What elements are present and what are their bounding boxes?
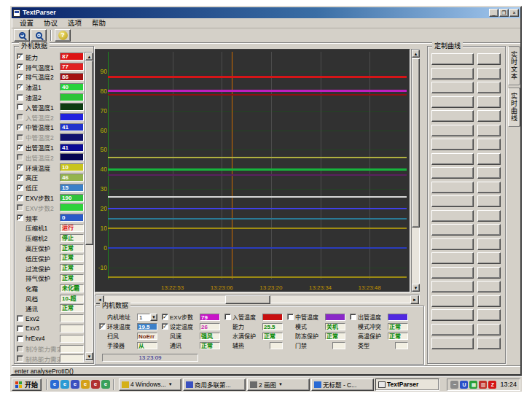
desktop-icon[interactable]: e	[71, 380, 79, 389]
custom-curve-button[interactable]	[431, 153, 474, 165]
checkbox[interactable]: ✓	[99, 323, 106, 330]
checkbox[interactable]: ✓	[17, 84, 23, 90]
custom-value-button[interactable]	[477, 68, 501, 79]
restore-button[interactable]: ❐	[499, 9, 509, 17]
custom-value-button[interactable]	[477, 53, 501, 65]
checkbox[interactable]	[17, 114, 23, 120]
checkbox[interactable]	[17, 134, 23, 141]
side-tab-text[interactable]: 实时文本	[508, 46, 520, 85]
custom-value-button[interactable]	[477, 252, 501, 264]
custom-curve-button[interactable]	[431, 224, 474, 236]
help-button[interactable]: ?	[55, 29, 71, 42]
scroll-up-icon[interactable]: ▲	[85, 53, 93, 61]
custom-value-button[interactable]	[477, 295, 501, 307]
custom-value-button[interactable]	[477, 167, 501, 179]
side-tab-curve[interactable]: 实时曲线	[508, 88, 521, 127]
custom-value-button[interactable]	[477, 338, 501, 349]
red-lightning-icon[interactable]: Z	[488, 381, 496, 389]
custom-curve-button[interactable]	[431, 53, 474, 65]
close-button[interactable]: ×	[509, 9, 519, 17]
checkbox[interactable]	[17, 104, 23, 110]
checkbox[interactable]: ✓	[17, 214, 23, 221]
ie-icon[interactable]: e	[50, 380, 59, 389]
custom-value-button[interactable]	[477, 82, 501, 93]
checkbox[interactable]: ✓	[17, 124, 23, 131]
custom-value-button[interactable]	[477, 324, 501, 335]
chart-hscrollbar[interactable]: ◄ ►	[95, 295, 420, 303]
title-bar[interactable]: TextParser _ ❐ ×	[12, 7, 520, 18]
custom-curve-button[interactable]	[431, 125, 474, 136]
checkbox[interactable]	[17, 94, 23, 101]
custom-curve-button[interactable]	[431, 252, 474, 264]
folder-go-icon[interactable]: e	[101, 380, 110, 389]
chart-vscroll-thumb[interactable]	[412, 58, 420, 228]
menu-item[interactable]: 选项	[63, 18, 87, 28]
start-button[interactable]: 开始	[12, 378, 42, 391]
custom-curve-button[interactable]	[431, 110, 474, 122]
custom-curve-button[interactable]	[431, 195, 474, 207]
checkbox[interactable]	[17, 346, 23, 352]
outdoor-scrollbar[interactable]: ▲ ▼	[85, 52, 93, 361]
task-button[interactable]: 2 画图▼	[247, 378, 310, 391]
indoor-address-dropdown[interactable]: 1▼	[137, 314, 157, 321]
checkbox[interactable]: ✓	[17, 63, 23, 70]
chart-scroll-right-icon[interactable]: ►	[410, 295, 419, 304]
custom-curve-button[interactable]	[431, 182, 474, 193]
checkbox[interactable]	[287, 314, 294, 320]
custom-value-button[interactable]	[477, 267, 501, 279]
chart-hscroll-thumb[interactable]	[225, 295, 270, 304]
custom-curve-button[interactable]	[431, 210, 474, 222]
gray-bird-icon[interactable]: ~	[450, 381, 458, 389]
custom-curve-button[interactable]	[431, 324, 474, 335]
blue-badge-icon[interactable]: U	[460, 381, 468, 389]
custom-value-button[interactable]	[477, 96, 501, 108]
custom-value-button[interactable]	[477, 281, 501, 292]
time-cursor-line[interactable]	[232, 52, 232, 279]
chart-scroll-down-icon[interactable]: ▼	[412, 284, 420, 292]
green-network-icon[interactable]: ▦	[469, 381, 477, 389]
task-button[interactable]: 4 Windows...▼	[119, 378, 181, 391]
custom-curve-button[interactable]	[431, 167, 474, 179]
realtime-chart[interactable]: 9080706050403020100-1013:22:5313:23:0613…	[95, 49, 410, 292]
checkbox[interactable]: ✓	[17, 174, 23, 181]
task-button[interactable]: 商用多联第...	[183, 378, 246, 391]
custom-value-button[interactable]	[477, 238, 501, 250]
custom-curve-button[interactable]	[431, 68, 474, 79]
checkbox[interactable]: ✓	[17, 53, 23, 60]
custom-curve-button[interactable]	[431, 309, 474, 321]
custom-curve-button[interactable]	[431, 82, 474, 93]
checkbox[interactable]: ✓	[17, 185, 23, 191]
custom-curve-button[interactable]	[431, 96, 474, 108]
custom-value-button[interactable]	[477, 182, 501, 193]
custom-curve-button[interactable]	[431, 281, 474, 292]
checkbox[interactable]	[17, 325, 23, 332]
plot-area[interactable]	[108, 52, 407, 279]
custom-curve-button[interactable]	[431, 338, 474, 349]
custom-curve-button[interactable]	[431, 139, 474, 150]
checkbox[interactable]	[17, 204, 23, 211]
chart-scroll-up-icon[interactable]: ▲	[412, 50, 420, 58]
custom-value-button[interactable]	[477, 110, 501, 122]
checkbox[interactable]	[17, 335, 23, 342]
menu-item[interactable]: 设置	[15, 18, 39, 28]
checkbox[interactable]: ✓	[162, 323, 168, 330]
minimize-button[interactable]: _	[489, 9, 498, 17]
custom-value-button[interactable]	[477, 309, 501, 321]
checkbox[interactable]: ✓	[17, 164, 23, 171]
custom-value-button[interactable]	[477, 125, 501, 136]
custom-value-button[interactable]	[477, 210, 501, 222]
zoom-out-button[interactable]: -	[31, 29, 47, 42]
checkbox[interactable]	[224, 314, 231, 320]
task-button[interactable]: TextParser	[375, 378, 439, 391]
media-icon[interactable]: e	[81, 380, 90, 389]
chart-vscrollbar[interactable]: ▲ ▼	[411, 49, 420, 292]
chevron-down-icon[interactable]: ▼	[150, 314, 157, 321]
checkbox[interactable]: ✓	[17, 195, 23, 201]
zoom-in-button[interactable]: +	[14, 29, 30, 42]
red-green-network-icon[interactable]: ▥	[479, 381, 487, 389]
checkbox[interactable]	[350, 314, 356, 320]
checkbox[interactable]	[17, 154, 23, 160]
custom-curve-button[interactable]	[431, 295, 474, 307]
custom-value-button[interactable]	[477, 153, 501, 165]
menu-item[interactable]: 帮助	[87, 18, 111, 28]
